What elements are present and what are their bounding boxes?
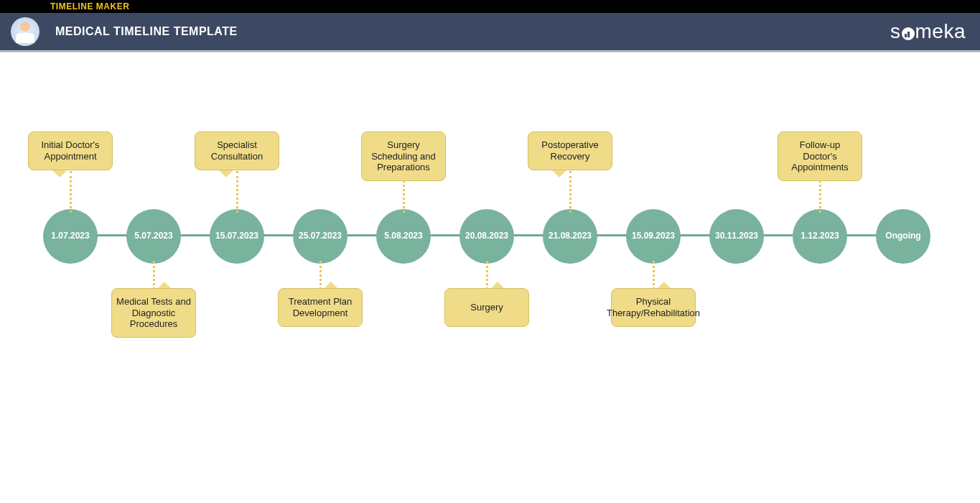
connector-line — [569, 171, 571, 213]
doctor-icon — [11, 17, 39, 46]
timeline-callout: Surgery Scheduling and Preparations — [361, 131, 446, 181]
callout-pointer-icon — [52, 170, 67, 177]
node-date: 25.07.2023 — [299, 231, 342, 241]
callout-label: Surgery Scheduling and Preparations — [366, 139, 441, 173]
node-date: 5.07.2023 — [134, 231, 172, 241]
connector-line — [70, 171, 72, 213]
timeline-callout: Postoperative Recovery — [528, 131, 612, 170]
timeline-callout: Specialist Consultation — [195, 131, 279, 170]
topbar: TIMELINE MAKER — [0, 0, 980, 13]
timeline-callout: Medical Tests and Diagnostic Procedures — [111, 288, 196, 338]
node-date: 30.11.2023 — [715, 231, 758, 241]
timeline-callout: Follow-up Doctor's Appointments — [778, 131, 862, 181]
timeline-node: 1.07.2023 — [43, 209, 98, 264]
node-date: 1.12.2023 — [801, 231, 839, 241]
node-date: 5.08.2023 — [384, 231, 422, 241]
timeline-callout: Physical Therapy/Rehabilitation — [611, 288, 696, 327]
callout-label: Medical Tests and Diagnostic Procedures — [116, 296, 191, 330]
brand-dot-icon — [902, 27, 915, 40]
timeline-node: 1.12.2023 — [793, 209, 847, 264]
brand-post: meka — [915, 20, 966, 43]
callout-label: Initial Doctor's Appointment — [33, 139, 108, 162]
timeline-node: 30.11.2023 — [709, 209, 764, 264]
timeline-callout: Treatment Plan Development — [278, 288, 363, 327]
callout-pointer-icon — [219, 170, 233, 177]
timeline-node: 15.07.2023 — [210, 209, 264, 264]
timeline-node: Ongoing — [876, 209, 930, 264]
node-date: 15.09.2023 — [632, 231, 675, 241]
timeline-node: 5.07.2023 — [126, 209, 181, 264]
node-date: Ongoing — [885, 231, 920, 241]
timeline-callout: Initial Doctor's Appointment — [28, 131, 113, 170]
timeline-node: 20.08.2023 — [459, 209, 514, 264]
node-date: 21.08.2023 — [549, 231, 592, 241]
callout-label: Physical Therapy/Rehabilitation — [607, 296, 700, 318]
connector-line — [236, 171, 238, 213]
callout-label: Specialist Consultation — [200, 139, 274, 162]
timeline-node: 5.08.2023 — [376, 209, 431, 264]
maker-label: TIMELINE MAKER — [50, 1, 129, 11]
callout-label: Postoperative Recovery — [533, 139, 607, 162]
timeline-node: 21.08.2023 — [543, 209, 597, 264]
callout-label: Treatment Plan Development — [283, 296, 358, 318]
page-title: MEDICAL TIMELINE TEMPLATE — [55, 25, 238, 38]
titlebar: MEDICAL TIMELINE TEMPLATE smeka — [0, 13, 980, 50]
brand-logo: smeka — [890, 20, 966, 43]
timeline-callout: Surgery — [444, 288, 529, 327]
timeline-canvas: 1.07.2023Initial Doctor's Appointment5.0… — [0, 52, 980, 462]
timeline-node: 15.09.2023 — [626, 209, 681, 264]
title-left: MEDICAL TIMELINE TEMPLATE — [7, 17, 238, 46]
node-date: 15.07.2023 — [215, 231, 258, 241]
callout-label: Follow-up Doctor's Appointments — [783, 139, 857, 173]
brand-pre: s — [890, 20, 901, 43]
node-date: 1.07.2023 — [51, 231, 89, 241]
node-date: 20.08.2023 — [465, 231, 508, 241]
timeline-node: 25.07.2023 — [293, 209, 347, 264]
callout-pointer-icon — [552, 170, 566, 177]
callout-label: Surgery — [470, 302, 503, 313]
